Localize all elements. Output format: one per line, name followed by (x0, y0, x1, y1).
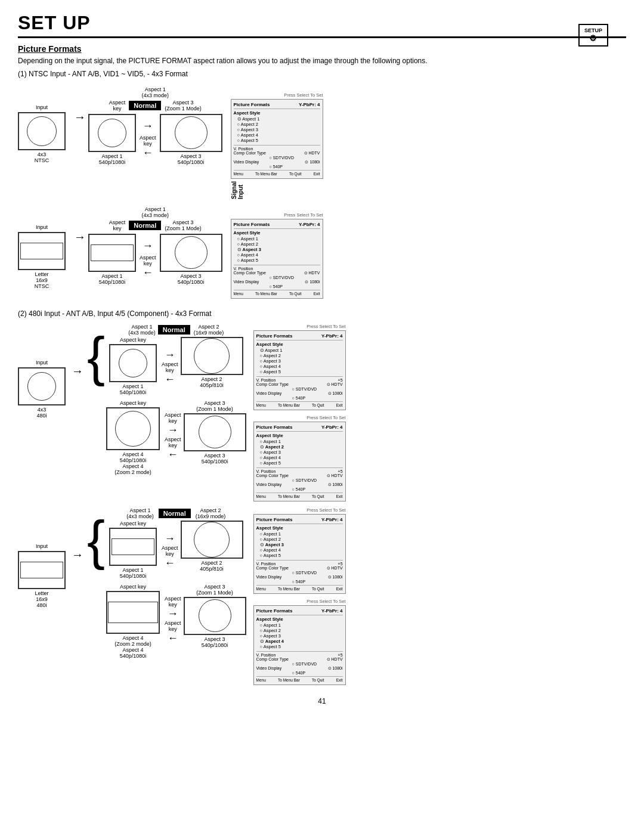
input-label-3: Input (36, 360, 48, 366)
aspect-key-mid-3: Aspectkey (162, 361, 178, 373)
menu-aspect-list-1: ⊙ Aspect 1 ○ Aspect 2 ○ Aspect 3 ○ Aspec… (234, 116, 320, 143)
aspect-key-a4: Aspect key (120, 400, 146, 406)
menu-aspect-style-1: Aspect Style (234, 110, 320, 116)
arrow-4: → (72, 548, 83, 562)
input-screen-2 (18, 232, 66, 270)
bracket-1: { (87, 330, 105, 383)
menu-panel-5: Press Select To Set Picture FormatsY-PbP… (253, 507, 346, 594)
press-select-2: Press Select To Set (231, 212, 323, 218)
menu-panel-6: Press Select To Set Picture FormatsY-PbP… (253, 599, 346, 685)
input-screen-3 (18, 367, 66, 405)
input-screen-4 (18, 551, 66, 589)
arrow-left-3: ← (165, 373, 175, 386)
setup-label: SETUP (584, 27, 602, 33)
menu-aspect-style-2: Aspect Style (234, 230, 320, 236)
aspect3-540-label-2: Aspect 3540p/1080i (178, 273, 205, 285)
menu-title-right-1: Y-PbPr: 4 (299, 102, 320, 107)
arrow-right-1: → (143, 120, 153, 132)
aspect1-540-label: Aspect 1540p/1080i (99, 153, 126, 165)
page-header: SETUP ⚙ SET UP (18, 12, 626, 38)
aspect-key-mid-4b: Aspectkey (165, 436, 181, 448)
aspect1-540-3: Aspect 1540p/1080i (120, 383, 147, 395)
menu-panels-section2-row1: Press Select To Set Picture FormatsY-PbP… (253, 324, 346, 501)
press-select-1: Press Select To Set (231, 92, 323, 98)
input-type-3: 4x3480i (36, 407, 47, 419)
aspect3-screen-3 (184, 413, 246, 451)
aspect-key-mid-1: Aspectkey (140, 135, 156, 147)
aspect-key-mid-5: Aspectkey (162, 545, 178, 557)
aspect1-screen-2 (88, 234, 136, 272)
normal-badge-1: Normal (129, 101, 161, 110)
sub-title-1: (1) NTSC Input - ANT A/B, VID1 ~ VID5, -… (18, 70, 626, 78)
intro-text: Depending on the input signal, the PICTU… (18, 56, 626, 66)
input-label-2: Input (36, 224, 48, 230)
arrow-left-2: ← (143, 267, 153, 279)
aspect3-zoom1-label-2: Aspect 3(Zoom 1 Mode) (196, 584, 233, 596)
arrow-right-5: → (165, 532, 175, 545)
page-number: 41 (18, 697, 626, 705)
menu-panel-2: Press Select To Set Picture Formats Y-Pb… (231, 212, 323, 299)
aspect3-screen-1 (160, 114, 222, 152)
aspect3-540-label: Aspect 3540p/1080i (178, 153, 205, 165)
arrow-1: → (74, 110, 86, 124)
menu-panel-4: Press Select To Set Picture FormatsY-PbP… (253, 415, 346, 501)
a2-16x9-label: Aspect 2(16x9 mode) (194, 324, 224, 336)
arrow-left-5: ← (165, 557, 175, 569)
menu-aspect-list-2: ○ Aspect 1 ○ Aspect 2 ⊙ Aspect 3 ○ Aspec… (234, 236, 320, 263)
section-title: Picture Formats (18, 44, 626, 54)
input-type-1: 4x3NTSC (35, 151, 49, 163)
aspect-key-up-1: Aspectkey (109, 100, 126, 112)
arrow-3: → (72, 364, 83, 378)
aspect1-label-top-2: Aspect 1(4x3 mode) (141, 206, 169, 218)
aspect2-405-4: Aspect 2405p/810i (200, 560, 224, 572)
aspect3-screen-2 (160, 234, 222, 272)
a1-4x3-label: Aspect 1(4x3 mode) (128, 324, 156, 336)
aspect1-screen-3 (109, 344, 157, 382)
input-label-4: Input (36, 543, 48, 549)
a2-16x9-label-2: Aspect 2(16x9 mode) (196, 507, 226, 519)
a1-4x3-label-2: Aspect 1(4x3 mode) (126, 507, 154, 519)
aspect1-540-4: Aspect 1540p/1080i (120, 567, 147, 579)
arrow-left-1: ← (143, 147, 153, 159)
aspect4-540-4: Aspect 4540p/1080i (120, 647, 147, 659)
aspect4-screen-4 (106, 591, 160, 634)
aspect-key-up-2: Aspectkey (109, 219, 126, 231)
arrow-right-6: → (168, 608, 178, 620)
arrow-left-6: ← (168, 632, 178, 645)
arrow-2: → (74, 230, 86, 244)
aspect4-zoom-label-2: Aspect 4(Zoom 2 mode) (114, 635, 151, 647)
menu-title-left-1: Picture Formats (234, 102, 270, 107)
arrow-left-4: ← (168, 448, 178, 461)
input-signal-label: InputSignal (231, 181, 244, 199)
aspect3-screen-4 (184, 597, 246, 635)
aspect-key-mid-2: Aspectkey (140, 255, 156, 267)
setup-icon-graphic: ⚙ (589, 33, 597, 43)
aspect-key-mid-4: Aspectkey (165, 412, 181, 424)
arrow-right-2: → (143, 240, 153, 252)
aspect-key-b4: Aspect key (120, 584, 146, 590)
aspect2-405-3: Aspect 2405p/810i (200, 376, 224, 388)
input-type-2: Letter16x9NTSC (35, 271, 49, 289)
menu-title-right-2: Y-PbPr: 4 (299, 222, 320, 227)
aspect1-540-label-2: Aspect 1540p/1080i (99, 273, 126, 285)
normal-badge-2: Normal (129, 221, 161, 230)
setup-icon: SETUP ⚙ (578, 24, 608, 47)
aspect-key-mid-6: Aspectkey (165, 596, 181, 608)
aspect1-screen-1 (88, 114, 136, 152)
sub-title-2: (2) 480i Input - ANT A/B, Input 4/5 (Com… (18, 309, 626, 318)
aspect4-540-3: Aspect 4540p/1080i (120, 451, 147, 463)
main-content: Picture Formats Depending on the input s… (18, 44, 626, 685)
aspect3-zoom1-label: Aspect 3(Zoom 1 Mode) (196, 400, 233, 412)
arrow-right-4: → (168, 424, 178, 436)
aspect1-label-top: Aspect 1(4x3 mode) (141, 86, 169, 98)
input-screen-1 (18, 112, 66, 150)
aspect3-540-4: Aspect 3540p/1080i (202, 636, 228, 648)
input-type-4: Letter16x9480i (35, 590, 48, 608)
bracket-2: { (87, 513, 105, 567)
menu-panel-3: Press Select To Set Picture FormatsY-PbP… (253, 324, 346, 410)
normal-badge-4: Normal (159, 509, 191, 518)
aspect-key-a1: Aspect key (120, 337, 146, 343)
menu-panels-section2-row2: Press Select To Set Picture FormatsY-PbP… (253, 507, 346, 685)
aspect-key-b1: Aspect key (120, 521, 146, 527)
aspect4-screen-3 (106, 407, 160, 450)
